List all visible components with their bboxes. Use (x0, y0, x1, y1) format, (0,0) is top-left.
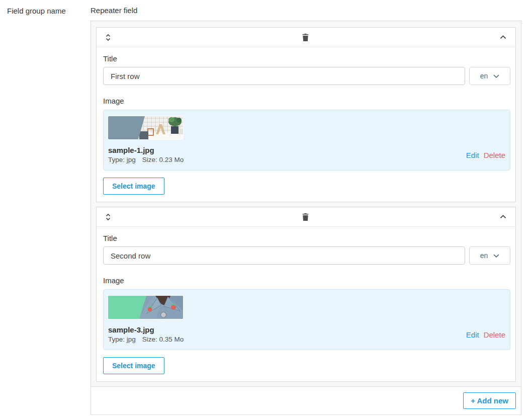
drag-handle-icon[interactable] (106, 213, 111, 221)
collapse-chevron-icon[interactable] (500, 35, 506, 39)
image-fileinfo: Type: jpgSize: 0.35 Mo (108, 336, 184, 343)
form-row: Field group name Repeater field (0, 0, 532, 415)
image-meta: sample-3.jpg Type: jpgSize: 0.35 Mo (108, 326, 184, 343)
edit-link[interactable]: Edit (466, 330, 479, 339)
title-input[interactable] (103, 246, 465, 265)
trash-icon[interactable] (302, 213, 309, 221)
title-row: en (103, 246, 510, 265)
image-thumbnail (108, 296, 183, 319)
repeater-items: Title en Image (91, 21, 521, 382)
title-label: Title (103, 234, 510, 242)
select-image-button[interactable]: Select image (103, 178, 164, 195)
image-card: sample-1.jpg Type: jpgSize: 0.23 Mo Edit… (103, 110, 510, 171)
collapse-chevron-icon[interactable] (500, 215, 506, 219)
image-thumbnail (108, 116, 183, 139)
image-fileinfo: Type: jpgSize: 0.23 Mo (108, 156, 184, 163)
repeater-item-2-header (97, 207, 515, 227)
repeater-footer: + Add new (91, 386, 521, 414)
language-selector[interactable]: en (469, 246, 510, 265)
repeater-container: Title en Image (91, 21, 521, 415)
image-card: sample-3.jpg Type: jpgSize: 0.35 Mo Edit… (103, 289, 510, 350)
image-filename: sample-3.jpg (108, 326, 184, 334)
chevron-down-icon (493, 254, 499, 258)
field-label-column: Field group name (0, 0, 91, 415)
repeater-item-1-header (97, 28, 515, 47)
image-meta: sample-1.jpg Type: jpgSize: 0.23 Mo (108, 146, 184, 163)
drag-handle-icon[interactable] (106, 34, 111, 41)
delete-link[interactable]: Delete (484, 151, 505, 159)
language-value: en (480, 252, 488, 260)
title-row: en (103, 67, 510, 85)
image-meta-row: sample-3.jpg Type: jpgSize: 0.35 Mo Edit… (108, 326, 505, 343)
title-label: Title (103, 55, 510, 62)
repeater-item-2-body: Title en Image (97, 227, 515, 381)
repeater-item-1: Title en Image (96, 27, 516, 202)
image-meta-row: sample-1.jpg Type: jpgSize: 0.23 Mo Edit… (108, 146, 505, 163)
edit-link[interactable]: Edit (466, 151, 479, 159)
field-group-name-label: Field group name (7, 7, 91, 15)
image-size: Size: 0.35 Mo (142, 336, 184, 343)
image-label: Image (103, 277, 510, 284)
add-new-button[interactable]: + Add new (463, 392, 516, 409)
image-actions: EditDelete (466, 330, 505, 339)
image-size: Size: 0.23 Mo (142, 156, 184, 163)
image-actions: EditDelete (466, 151, 505, 159)
chevron-down-icon (493, 74, 499, 78)
image-type: Type: jpg (108, 336, 136, 343)
repeater-field-column: Repeater field (91, 0, 521, 415)
delete-link[interactable]: Delete (484, 330, 505, 339)
language-selector[interactable]: en (469, 67, 510, 85)
language-value: en (480, 72, 488, 80)
title-input[interactable] (103, 67, 465, 85)
image-type: Type: jpg (108, 156, 136, 163)
repeater-field-label: Repeater field (91, 7, 511, 15)
repeater-item-1-body: Title en Image (97, 47, 515, 202)
repeater-item-2: Title en Image (96, 207, 516, 382)
image-label: Image (103, 97, 510, 105)
image-filename: sample-1.jpg (108, 146, 184, 154)
select-image-button[interactable]: Select image (103, 357, 164, 374)
trash-icon[interactable] (302, 34, 309, 41)
